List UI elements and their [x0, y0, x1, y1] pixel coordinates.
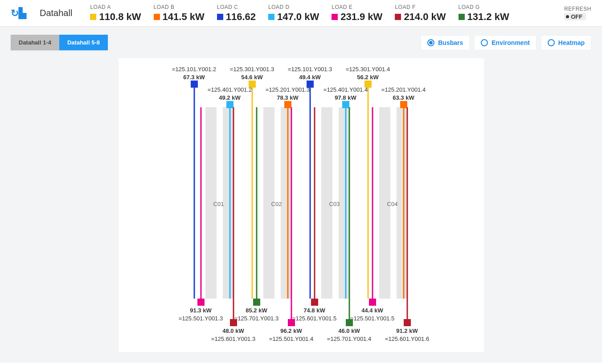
busbar-line [251, 88, 253, 299]
load-value: 116.62 [226, 11, 256, 23]
busbar-node[interactable] [230, 319, 237, 326]
load-item: LOAD A 110.8 kW [90, 4, 141, 23]
busbar-node-label: 46.0 kW=125.701.Y001.4 [327, 327, 371, 343]
busbar-node[interactable] [369, 299, 376, 306]
busbar-node-label: 91.3 kW=125.501.Y001.3 [179, 307, 223, 322]
load-item: LOAD C 116.62 [217, 4, 256, 23]
diagram-area: C01C02C03C04=125.101.Y001.267.3 kW=125.3… [0, 58, 602, 363]
busbar-node-label: =125.301.Y001.354.6 kW [230, 65, 274, 81]
busbar-line [406, 107, 408, 319]
load-value: 110.8 kW [99, 11, 141, 23]
busbar-node-label: =125.401.Y001.497.8 kW [324, 86, 368, 101]
tab-datahall-1-4[interactable]: Datahall 1-4 [11, 35, 59, 50]
view-label: Environment [491, 39, 530, 46]
load-value: 231.9 kW [340, 11, 382, 23]
busbar-line [314, 107, 315, 299]
load-label: LOAD A [90, 4, 141, 10]
busbar-node[interactable] [311, 299, 318, 306]
busbar-line [233, 107, 234, 319]
busbar-node-label: =125.301.Y001.456.2 kW [346, 65, 390, 81]
tab-datahall-5-8[interactable]: Datahall 5-8 [59, 35, 108, 50]
load-label: LOAD D [268, 4, 319, 10]
load-label: LOAD F [395, 4, 446, 10]
busbar-line [287, 108, 288, 299]
busbar-node[interactable] [404, 319, 411, 326]
busbar-line [291, 107, 292, 319]
busbar-line [229, 108, 230, 299]
radio-icon [548, 39, 555, 46]
load-label: LOAD C [217, 4, 256, 10]
refresh-state: OFF [564, 13, 586, 20]
load-value: 141.5 kW [163, 11, 205, 23]
busbar-node[interactable] [191, 81, 198, 88]
header: ↻▙ Datahall LOAD A 110.8 kW LOAD B 141.5… [0, 0, 602, 27]
busbar-line [345, 108, 346, 299]
view-group: Busbars Environment Heatmap [421, 35, 591, 50]
load-label: LOAD E [332, 4, 382, 10]
refresh-toggle[interactable]: REFRESH OFF [564, 6, 591, 20]
refresh-icon[interactable]: ↻▙ [11, 8, 26, 19]
load-item: LOAD E 231.9 kW [332, 4, 382, 23]
load-swatch [90, 14, 96, 20]
datahall-tabs: Datahall 1-4 Datahall 5-8 [11, 35, 108, 50]
load-value: 147.0 kW [277, 11, 319, 23]
load-swatch [217, 14, 223, 20]
busbar-line [403, 108, 404, 299]
view-busbars[interactable]: Busbars [421, 35, 470, 50]
busbar-node-label: =125.401.Y001.249.2 kW [208, 86, 252, 101]
busbar-node[interactable] [288, 319, 295, 326]
busbar-node-label: 48.0 kW=125.601.Y001.3 [211, 327, 255, 343]
busbar-line [200, 107, 201, 299]
load-label: LOAD B [154, 4, 205, 10]
radio-icon [481, 39, 488, 46]
busbar-canvas: C01C02C03C04=125.101.Y001.267.3 kW=125.3… [119, 58, 484, 352]
load-item: LOAD G 131.2 kW [459, 4, 509, 23]
load-swatch [459, 14, 465, 20]
busbar-node-label: =125.101.Y001.267.3 kW [172, 65, 216, 81]
load-label: LOAD G [459, 4, 509, 10]
load-item: LOAD D 147.0 kW [268, 4, 319, 23]
load-swatch [395, 14, 401, 20]
load-value: 131.2 kW [467, 11, 509, 23]
page-title: Datahall [40, 8, 72, 18]
busbar-node-label: 91.2 kW=125.601.Y001.6 [385, 327, 429, 343]
view-heatmap[interactable]: Heatmap [541, 35, 591, 50]
busbar-node[interactable] [197, 299, 205, 306]
busbar-node[interactable] [346, 319, 353, 326]
column-label: C02 [271, 201, 282, 207]
load-swatch [154, 14, 160, 20]
view-label: Heatmap [558, 39, 585, 46]
busbar-line [367, 88, 369, 299]
view-environment[interactable]: Environment [474, 35, 536, 50]
busbar-node-label: 85.2 kW=125.701.Y001.3 [234, 307, 278, 322]
load-swatch [332, 14, 338, 20]
busbar-node-label: 96.2 kW=125.501.Y001.4 [269, 327, 313, 343]
subbar: Datahall 1-4 Datahall 5-8 Busbars Enviro… [0, 27, 602, 58]
busbar-node[interactable] [253, 299, 260, 306]
load-item: LOAD F 214.0 kW [395, 4, 446, 23]
refresh-label: REFRESH [564, 6, 591, 12]
busbar-node-label: =125.201.Y001.463.3 kW [381, 86, 426, 101]
busbar-line [193, 88, 195, 299]
view-label: Busbars [438, 39, 463, 46]
busbar-node-label: 44.4 kW=125.501.Y001.5 [350, 307, 394, 322]
column-label: C04 [387, 201, 398, 207]
load-swatch [268, 14, 274, 20]
busbar-line [256, 107, 257, 299]
busbar-node-label: 74.8 kW=125.601.Y001.5 [292, 307, 336, 322]
busbar-node-label: =125.201.Y001.378.3 kW [266, 86, 310, 101]
busbar-line [372, 107, 373, 299]
load-item: LOAD B 141.5 kW [154, 4, 205, 23]
radio-selected-icon [427, 39, 434, 46]
busbar-node-label: =125.101.Y001.349.4 kW [288, 65, 332, 81]
column-label: C03 [329, 201, 340, 207]
column-label: C01 [213, 201, 224, 207]
load-value: 214.0 kW [404, 11, 446, 23]
busbar-line [309, 88, 311, 299]
busbar-line [348, 107, 350, 319]
